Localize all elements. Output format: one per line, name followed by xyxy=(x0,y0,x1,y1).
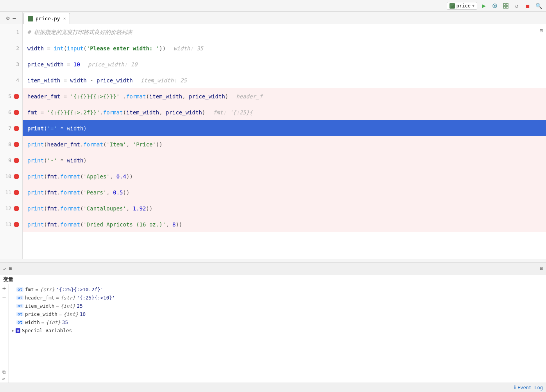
code-line: fmt = '{:{}}{{:>.2f}}'.format(item_width… xyxy=(23,104,546,120)
event-log-label: Event Log xyxy=(517,385,543,390)
inline-hint: width: 35 xyxy=(174,45,203,52)
build-button[interactable] xyxy=(501,2,510,10)
settings-icon[interactable]: ⚙ xyxy=(6,15,9,21)
gutter-row: 7 xyxy=(0,120,22,136)
variable-item[interactable]: ot fmt = {str} '{:25}{:>10.2f}' xyxy=(9,285,546,294)
gutter-row: 10 xyxy=(0,168,22,184)
step-over-icon[interactable]: ↙ xyxy=(3,265,6,271)
variable-item[interactable]: ot item_width = {int} 25 xyxy=(9,302,546,310)
debug-body: + − ⧉ ∞ ot fmt = {str} '{:25}{:>10.2f}' … xyxy=(0,284,546,383)
debug-button[interactable] xyxy=(491,2,499,10)
breakpoint-marker[interactable] xyxy=(14,158,19,163)
expand-arrow: ▶ xyxy=(12,328,14,333)
gutter-row: 9 xyxy=(0,152,22,168)
breakpoint-marker[interactable] xyxy=(14,190,19,195)
line-number: 3 xyxy=(11,61,19,67)
status-bar: ℹ Event Log xyxy=(0,383,546,392)
gutter-row: 1 xyxy=(0,24,22,40)
table-view-icon[interactable]: ⊞ xyxy=(9,265,13,271)
code-line: print('=' * width) xyxy=(23,120,546,136)
line-number: 8 xyxy=(4,141,11,147)
code-line: print(fmt.format('Dried Apricots (16 oz.… xyxy=(23,216,546,232)
gutter-row: 11 xyxy=(0,184,22,200)
gutter-row: 5 xyxy=(0,88,22,104)
view-as-button[interactable]: ∞ xyxy=(2,376,7,383)
search-button[interactable]: 🔍 xyxy=(534,2,543,10)
variables-section-label: 变量 xyxy=(3,276,13,283)
code-line: print(fmt.format('Apples', 0.4)) xyxy=(23,168,546,184)
tab-label: price.py xyxy=(36,16,60,21)
breakpoint-marker[interactable] xyxy=(14,126,19,131)
svg-rect-5 xyxy=(506,6,508,8)
breakpoint-marker[interactable] xyxy=(14,94,19,99)
special-vars-label: Special Variables xyxy=(22,328,72,333)
var-type-hint: {str} xyxy=(61,295,75,301)
inline-hint: fmt: '{:25}{ xyxy=(213,109,252,116)
expand-icon[interactable]: — xyxy=(13,15,16,21)
line-number: 4 xyxy=(11,77,19,83)
breakpoint-marker[interactable] xyxy=(14,142,19,147)
var-equals: = xyxy=(59,311,62,317)
var-type-badge: ot xyxy=(16,287,23,292)
breakpoint-marker[interactable] xyxy=(14,206,19,211)
run-config-dropdown[interactable]: price ▼ xyxy=(447,2,477,10)
stop-button[interactable]: ■ xyxy=(523,2,532,10)
run-button[interactable]: ▶ xyxy=(480,2,488,10)
code-line: print(fmt.format('Pears', 0.5)) xyxy=(23,184,546,200)
inline-hint: header_f xyxy=(236,93,262,100)
copy-button[interactable]: ⧉ xyxy=(2,369,7,376)
variable-item[interactable]: ot price_width = {int} 10 xyxy=(9,310,546,318)
inline-hint: price_width: 10 xyxy=(88,61,137,68)
special-variables-item[interactable]: ▶ ▦ Special Variables xyxy=(9,326,546,335)
var-type-badge: ot xyxy=(16,296,23,300)
line-number: 6 xyxy=(4,109,11,115)
line-number: 5 xyxy=(4,93,11,99)
layout-icon[interactable]: ⊟ xyxy=(540,265,543,271)
reload-button[interactable]: ↺ xyxy=(512,2,521,10)
event-log-button[interactable]: ℹ Event Log xyxy=(514,385,543,390)
var-value: '{:25}{:>10}' xyxy=(77,295,115,301)
gutter-row: 12 xyxy=(0,200,22,216)
var-name-text: price_width xyxy=(25,311,57,317)
line-number: 1 xyxy=(11,29,19,35)
code-line: width = int(input('Please enter width: '… xyxy=(23,40,546,56)
var-type-hint: {str} xyxy=(40,287,55,292)
var-value: 10 xyxy=(80,311,86,317)
line-number: 11 xyxy=(4,189,11,195)
debug-toolbar: ↙ ⊞ ⊟ xyxy=(0,263,546,274)
line-number: 9 xyxy=(4,157,11,163)
right-panel-icon[interactable]: ⊟ xyxy=(540,27,543,34)
variables-panel: ot fmt = {str} '{:25}{:>10.2f}' ot heade… xyxy=(9,284,546,383)
breakpoint-marker[interactable] xyxy=(14,174,19,179)
svg-rect-4 xyxy=(503,6,505,8)
tab-price-py[interactable]: price.py × xyxy=(23,13,70,24)
code-line: # 根据指定的宽度打印格式良好的价格列表 xyxy=(23,24,546,40)
line-number: 12 xyxy=(4,205,11,211)
line-number: 7 xyxy=(4,125,11,131)
code-line: print(header_fmt.format('Item', 'Price')… xyxy=(23,136,546,152)
var-name-text: width xyxy=(25,319,40,325)
tab-close-button[interactable]: × xyxy=(63,16,66,21)
debug-panel: ↙ ⊞ ⊟ 变量 + − ⧉ ∞ ot fmt = {str} '{:25}{: xyxy=(0,262,546,383)
var-equals: = xyxy=(56,295,59,301)
var-equals: = xyxy=(36,287,39,292)
remove-variable-button[interactable]: − xyxy=(2,293,6,301)
code-line: print('-' * width) xyxy=(23,152,546,168)
var-name-text: header_fmt xyxy=(25,295,54,301)
gutter-row: 8 xyxy=(0,136,22,152)
add-variable-button[interactable]: + xyxy=(2,285,6,292)
var-equals: = xyxy=(56,303,59,309)
line-gutter: 12345678910111213 xyxy=(0,24,23,259)
breakpoint-marker[interactable] xyxy=(14,110,19,115)
info-icon: ℹ xyxy=(514,385,516,390)
var-value: '{:25}{:>10.2f}' xyxy=(56,287,103,292)
variable-item[interactable]: ot width = {int} 35 xyxy=(9,318,546,326)
var-value: 35 xyxy=(62,319,68,325)
code-area[interactable]: # 根据指定的宽度打印格式良好的价格列表width = int(input('P… xyxy=(23,24,546,259)
inline-hint: item_width: 25 xyxy=(141,77,187,84)
breakpoint-marker[interactable] xyxy=(14,222,19,227)
variable-item[interactable]: ot header_fmt = {str} '{:25}{:>10}' xyxy=(9,294,546,302)
code-line: price_width = 10price_width: 10 xyxy=(23,56,546,72)
var-name-text: item_width xyxy=(25,303,54,309)
line-number: 10 xyxy=(4,173,11,179)
